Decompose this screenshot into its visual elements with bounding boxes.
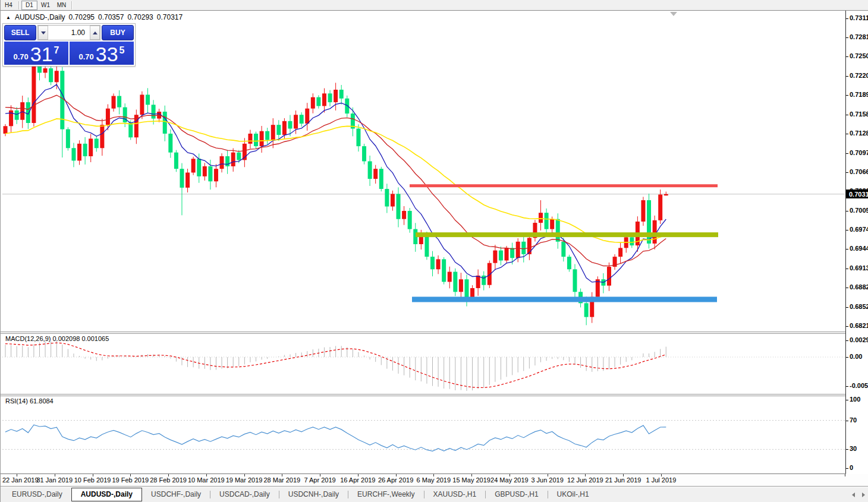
candle-up — [140, 94, 144, 115]
bid-quote-box[interactable]: 0.70317 — [4, 42, 68, 65]
candle-up — [334, 90, 338, 102]
scroll-right-icon[interactable] — [862, 492, 865, 497]
date-axis-end-tick — [845, 474, 845, 476]
candle-down — [95, 138, 99, 148]
candle-up — [470, 288, 474, 298]
macd-tick-label-tick — [846, 340, 848, 341]
ask-quote-box[interactable]: 0.70335 — [70, 42, 134, 65]
candle-up — [203, 166, 207, 176]
tab-gbpusd-h1[interactable]: GBPUSD-,H1 — [486, 488, 547, 501]
price-tick-label: 0.68825 — [850, 283, 868, 291]
macd-tick-label: 0.00 — [850, 353, 862, 360]
candle-up — [516, 242, 520, 258]
sr-line-support-mid[interactable] — [416, 232, 718, 237]
arrow-down-icon — [41, 31, 46, 34]
candle-up — [305, 109, 309, 124]
price-tick-label: 0.68520 — [850, 303, 868, 310]
candle-up — [391, 194, 395, 206]
tab-eurusd-daily[interactable]: EURUSD-,Daily — [3, 488, 71, 501]
trading-platform-window: H4D1W1MN ▲AUDUSD-,Daily0.702950.703570.7… — [0, 0, 868, 502]
candle-up — [607, 267, 611, 286]
ohlc-low: 0.70293 — [127, 13, 153, 21]
candle-down — [152, 105, 156, 118]
price-tick-label: 0.68210 — [850, 322, 868, 329]
candle-down — [300, 115, 304, 124]
candle-up — [658, 194, 662, 220]
bid-price-point: 7 — [54, 45, 59, 56]
ohlc-close: 0.70317 — [157, 13, 183, 21]
candle-down — [60, 71, 64, 129]
price-tick-label: 0.73115 — [850, 14, 868, 21]
candle-down — [180, 169, 184, 188]
tab-ukoil-h1[interactable]: UKOil-,H1 — [548, 488, 598, 501]
rsi-tick-label: 30 — [850, 445, 857, 452]
rsi-panel-splitter[interactable] — [1, 394, 845, 396]
price-tick-label: 0.72810 — [850, 33, 868, 40]
candle-down — [174, 153, 178, 169]
candle-up — [505, 248, 509, 260]
candle-up — [20, 102, 24, 120]
price-tick-label-tick — [846, 172, 848, 173]
tab-usdcad-daily[interactable]: USDCAD-,Daily — [210, 488, 279, 501]
volume-decrease-button[interactable] — [38, 26, 48, 40]
date-label: 1 Jul 2019 — [646, 476, 677, 484]
candle-down — [453, 271, 457, 292]
candle-down — [49, 68, 53, 82]
candle-down — [15, 110, 19, 120]
candle-down — [237, 153, 241, 160]
volume-stepper: 1.00 — [37, 25, 100, 40]
candle-down — [197, 159, 201, 176]
candle-up — [271, 125, 275, 140]
date-label: 28 Feb 2019 — [150, 476, 187, 484]
current-price-label: 0.70317 — [846, 190, 868, 198]
candle-up — [55, 71, 59, 82]
volume-increase-button[interactable] — [90, 26, 100, 40]
tab-usdchf-daily[interactable]: USDCHF-,Daily — [142, 488, 210, 501]
candle-up — [539, 213, 543, 223]
date-label: 22 Jan 2019 — [2, 476, 39, 484]
price-tick-label-tick — [846, 230, 848, 231]
tab-audusd-daily[interactable]: AUDUSD-,Daily — [71, 488, 142, 501]
date-label: 3 Jun 2019 — [531, 476, 563, 484]
chart-canvas[interactable] — [1, 0, 868, 502]
candle-down — [521, 242, 526, 254]
candle-down — [66, 130, 70, 149]
price-tick-label-tick — [846, 56, 848, 57]
price-tick-label-tick — [846, 269, 848, 269]
candle-down — [225, 156, 229, 166]
arrow-up-icon — [93, 31, 98, 34]
price-tick-label: 0.69130 — [850, 264, 868, 271]
scroll-left-icon[interactable] — [852, 492, 855, 497]
date-label: 10 Mar 2019 — [188, 476, 225, 484]
date-label: 26 Apr 2019 — [378, 476, 413, 484]
candle-down — [368, 161, 372, 179]
date-axis[interactable]: 22 Jan 201931 Jan 201910 Feb 201919 Feb … — [1, 474, 868, 486]
tab-xauusd-h1[interactable]: XAUUSD-,H1 — [424, 488, 486, 501]
price-tick-label: 0.70665 — [850, 168, 868, 175]
ohlc-open: 0.70295 — [69, 13, 95, 21]
candle-up — [373, 169, 378, 179]
sr-line-support-low[interactable] — [412, 297, 717, 302]
candle-down — [442, 259, 446, 282]
macd-panel-splitter[interactable] — [1, 331, 845, 334]
chart-shift-marker-icon[interactable] — [670, 12, 677, 16]
tab-usdcnh-daily[interactable]: USDCNH-,Daily — [279, 488, 348, 501]
candle-up — [231, 153, 235, 166]
sell-button[interactable]: SELL — [4, 25, 36, 40]
candle-up — [550, 219, 554, 229]
price-tick-label: 0.71890 — [850, 91, 868, 98]
ask-price-point: 5 — [119, 45, 125, 56]
ohlc-high: 0.70357 — [98, 13, 124, 21]
volume-input[interactable]: 1.00 — [48, 26, 90, 40]
candle-up — [106, 109, 110, 125]
candle-up — [248, 134, 252, 144]
tab-eurchf-weekly[interactable]: EURCHF-,Weekly — [348, 488, 423, 501]
sr-line-resistance[interactable] — [410, 184, 718, 187]
price-tick-label: 0.70050 — [850, 207, 868, 214]
price-axis[interactable]: 0.731150.728100.725050.722000.718900.715… — [846, 11, 868, 474]
buy-button[interactable]: BUY — [102, 25, 134, 40]
candle-down — [464, 279, 468, 298]
candle-up — [402, 211, 406, 219]
candle-down — [339, 90, 344, 99]
rsi-tick-label-tick — [846, 449, 848, 450]
